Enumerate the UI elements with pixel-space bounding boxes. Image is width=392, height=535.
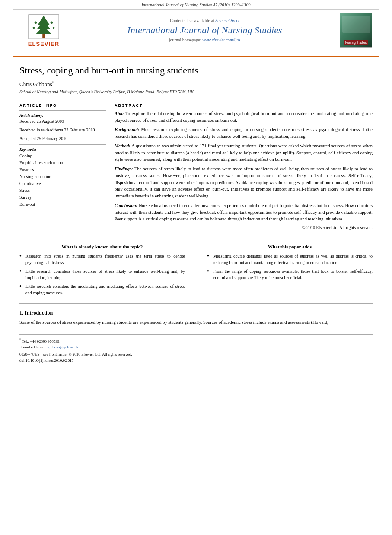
journal-thumbnail-area: Nursing Studies <box>340 13 374 48</box>
svg-point-7 <box>33 27 35 29</box>
doi-line: doi:10.1016/j.ijnurstu.2010.02.015 <box>19 358 373 363</box>
journal-ref-text: International Journal of Nursing Studies… <box>142 3 251 7</box>
keyword-5: Quantitative <box>19 180 106 187</box>
background-label: Background: <box>115 127 139 132</box>
journal-homepage: journal homepage: www.elsevier.com/ijns <box>74 38 335 42</box>
findings-text: The sources of stress likely to lead to … <box>115 166 373 198</box>
sciencedirect-link[interactable]: ScienceDirect <box>215 18 239 23</box>
aim-label: Aim: <box>115 111 124 116</box>
email-address[interactable]: c.gibbons@qub.ac.uk <box>45 345 78 349</box>
author-affiliation: School of Nursing and Midwifery, Queen's… <box>19 89 373 94</box>
journal-title-area: Contents lists available at ScienceDirec… <box>70 18 340 42</box>
journal-title: International Journal of Nursing Studies <box>74 25 335 36</box>
received-date: Received 25 August 2009 <box>19 118 106 124</box>
author-sup: * <box>52 80 54 85</box>
keyword-6: Stress <box>19 187 106 194</box>
known-bullet-1: Research into stress in nursing students… <box>19 253 185 266</box>
known-box: What is already known about the topic? R… <box>19 244 185 298</box>
keyword-2: Empirical research report <box>19 159 106 166</box>
tel-number: +44 02890 976599. <box>30 339 60 344</box>
summary-boxes-section: What is already known about the topic? R… <box>19 239 373 304</box>
conclusion-label: Conclusion: <box>115 203 137 208</box>
keyword-3: Eustress <box>19 166 106 173</box>
ns-thumbnail-label: Nursing Studies <box>344 40 368 45</box>
contents-line: Contents lists available at ScienceDirec… <box>74 18 335 23</box>
svg-point-6 <box>51 21 53 24</box>
footnote-sup: * <box>19 338 21 342</box>
article-info-divider-top <box>19 110 106 111</box>
accepted-date: Accepted 25 February 2010 <box>19 136 106 142</box>
homepage-url[interactable]: www.elsevier.com/ijns <box>202 38 240 42</box>
email-label: E-mail address: <box>19 345 44 349</box>
license-line: 0020-7489/$ – see front matter © 2010 El… <box>19 352 373 357</box>
aim-text: To explore the relationship between sour… <box>115 111 373 123</box>
footnote-area: * Tel.: +44 02890 976599. E-mail address… <box>19 338 373 350</box>
keyword-1: Coping <box>19 153 106 159</box>
elsevier-brand-text: ELSEVIER <box>28 41 59 47</box>
main-content: Stress, coping and burn-out in nursing s… <box>0 64 392 363</box>
license-text: 0020-7489/$ – see front matter © 2010 El… <box>19 352 132 357</box>
page-wrapper: International Journal of Nursing Studies… <box>0 0 392 535</box>
method-label: Method: <box>115 143 131 148</box>
boxes-vertical-divider <box>196 244 196 298</box>
author-name-text: Chris Gibbons <box>19 81 52 87</box>
orange-divider-bar <box>13 56 379 57</box>
svg-point-8 <box>53 27 55 29</box>
adds-box-list: Measuring course demands rated as source… <box>207 253 373 281</box>
copyright-line: © 2010 Elsevier Ltd. All rights reserved… <box>115 225 373 230</box>
intro-number: 1. <box>19 310 23 316</box>
title-divider <box>19 99 373 99</box>
introduction-text: Some of the sources of stress experience… <box>19 319 373 326</box>
abstract-background: Background: Most research exploring sour… <box>115 126 373 140</box>
introduction-section: 1. Introduction Some of the sources of s… <box>19 310 373 326</box>
keywords-label: Keywords: <box>19 147 106 152</box>
article-info-column: ARTICLE INFO Article history: Received 2… <box>19 103 106 230</box>
abstract-method: Method: A questionnaire was administered… <box>115 143 373 163</box>
method-text: A questionnaire was administered to 171 … <box>115 143 373 162</box>
adds-bullet-1: Measuring course demands rated as source… <box>207 253 373 266</box>
tel-label: Tel.: <box>22 339 29 344</box>
keywords-list: Coping Empirical research report Eustres… <box>19 153 106 208</box>
elsevier-logo: ELSEVIER <box>18 14 70 47</box>
known-box-list: Research into stress in nursing students… <box>19 253 185 296</box>
findings-label: Findings: <box>115 166 133 171</box>
journal-header: ELSEVIER Contents lists available at Sci… <box>13 9 379 51</box>
background-text: Most research exploring sources of stres… <box>115 127 373 139</box>
known-box-title: What is already known about the topic? <box>19 244 185 249</box>
svg-point-5 <box>35 21 37 24</box>
journal-reference: International Journal of Nursing Studies… <box>0 0 392 9</box>
doi-text: doi:10.1016/j.ijnurstu.2010.02.015 <box>19 358 73 363</box>
known-bullet-2: Little research considers those sources … <box>19 268 185 281</box>
adds-box: What this paper adds Measuring course de… <box>207 244 373 298</box>
svg-rect-1 <box>42 34 45 38</box>
introduction-title: 1. Introduction <box>19 310 373 316</box>
elsevier-tree-icon <box>26 14 61 40</box>
abstract-aim: Aim: To explore the relationship between… <box>115 110 373 124</box>
author-name: Chris Gibbons* <box>19 80 373 88</box>
keyword-8: Burn-out <box>19 201 106 208</box>
abstract-findings: Findings: The sources of stress likely t… <box>115 166 373 200</box>
nursing-studies-thumbnail: Nursing Studies <box>340 13 372 48</box>
abstract-column: ABSTRACT Aim: To explore the relationshi… <box>115 103 373 230</box>
keyword-7: Survey <box>19 194 106 201</box>
homepage-label: journal homepage: <box>169 38 201 42</box>
conclusion-text: Nurse educators need to consider how cou… <box>115 203 373 222</box>
svg-marker-4 <box>36 25 51 33</box>
page-footer: * Tel.: +44 02890 976599. E-mail address… <box>19 334 373 363</box>
adds-box-title: What this paper adds <box>207 244 373 249</box>
article-title: Stress, coping and burn-out in nursing s… <box>19 64 373 77</box>
known-bullet-3: Little research considers the moderating… <box>19 283 185 296</box>
adds-bullet-2: From the range of coping resources avail… <box>207 268 373 281</box>
article-info-header: ARTICLE INFO <box>19 103 106 108</box>
abstract-header: ABSTRACT <box>115 103 373 108</box>
revised-date: Received in revised form 23 February 201… <box>19 127 106 133</box>
elsevier-logo-area: ELSEVIER <box>18 14 70 47</box>
keyword-4: Nursing education <box>19 173 106 180</box>
article-history-label: Article history: <box>19 113 106 118</box>
article-info-abstract-section: ARTICLE INFO Article history: Received 2… <box>19 103 373 230</box>
abstract-conclusion: Conclusion: Nurse educators need to cons… <box>115 202 373 223</box>
article-info-divider-mid <box>19 144 106 145</box>
contents-text: Contents lists available at <box>170 18 214 23</box>
intro-title-text: Introduction <box>25 310 53 316</box>
